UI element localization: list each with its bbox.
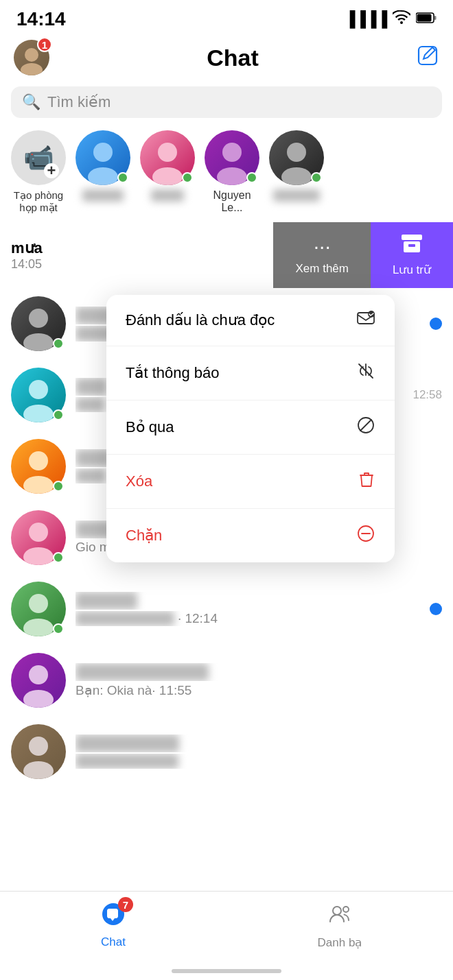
signal-icon: ▐▐▐▐: [345, 10, 387, 28]
chat-online-3: [53, 481, 64, 492]
svg-point-28: [23, 547, 54, 565]
chat-item-6[interactable]: Blurred name here Bạn: Okia nà· 11:55: [0, 645, 453, 716]
svg-point-3: [25, 48, 38, 62]
svg-rect-2: [434, 16, 437, 20]
context-mute[interactable]: Tắt thông báo: [106, 346, 395, 401]
chat-name-5: Gia Đình: [76, 592, 420, 610]
partial-name: mưa: [11, 239, 43, 257]
chat-name-7: Thanh Hoa Tui: [76, 734, 442, 752]
contacts-tab-icon: [327, 906, 353, 932]
context-mute-label: Tắt thông báo: [126, 364, 220, 382]
context-delete-icon: [358, 470, 375, 493]
archive-button[interactable]: Lưu trữ: [371, 222, 453, 288]
svg-point-30: [23, 619, 54, 636]
chat-online-5: [53, 623, 64, 634]
svg-point-24: [23, 405, 54, 422]
chat-preview-5: Blurred message · 12:14: [76, 611, 420, 626]
context-ignore[interactable]: Bỏ qua: [106, 401, 395, 455]
chat-online-2: [53, 409, 64, 420]
status-time: 14:14: [16, 8, 66, 30]
story-create[interactable]: 📹 + Tạo phònghọp mặt: [11, 130, 66, 214]
chat-avatar-wrap-6: [11, 653, 66, 708]
context-block-icon: [356, 524, 375, 547]
search-placeholder: Tìm kiếm: [47, 93, 111, 111]
svg-point-4: [21, 63, 43, 75]
action-row: mưa 14:05 ··· Xem thêm Lưu trữ: [0, 222, 453, 288]
online-indicator-1: [117, 172, 128, 183]
compose-button[interactable]: [416, 44, 439, 72]
unread-indicator-5: [430, 603, 442, 615]
action-buttons: ··· Xem thêm Lưu trữ: [273, 222, 453, 288]
archive-label: Lưu trữ: [393, 263, 431, 277]
story-item-4[interactable]: Nguyen...: [269, 130, 324, 214]
chat-item-wrap-1: Hà Nguyễn Cụ message preview here Đánh d…: [0, 288, 453, 359]
svg-rect-16: [408, 244, 415, 247]
context-mark-unread[interactable]: Đánh dấu là chưa đọc: [106, 295, 395, 346]
status-icons: ▐▐▐▐: [345, 10, 437, 28]
svg-point-10: [222, 143, 242, 162]
chat-item-5[interactable]: Gia Đình Blurred message · 12:14: [0, 573, 453, 645]
context-mark-unread-icon: [356, 310, 375, 331]
chat-avatar-wrap-3: [11, 439, 66, 494]
chat-avatar-wrap-7: [11, 724, 66, 779]
svg-point-26: [23, 476, 54, 494]
contacts-tab-wrap: [327, 901, 353, 933]
chat-avatar-wrap-1: [11, 296, 66, 351]
story-label: Tạo phònghọp mặt: [14, 189, 63, 214]
story-item-3[interactable]: NguyenLe...: [205, 130, 259, 214]
home-indicator: [172, 969, 281, 973]
archive-icon: [400, 233, 423, 259]
svg-point-7: [88, 167, 118, 185]
svg-point-27: [29, 523, 48, 542]
chat-info-7: Thanh Hoa Tui Preview message: [76, 734, 442, 769]
svg-point-29: [29, 594, 48, 613]
svg-point-36: [333, 907, 341, 915]
tab-contacts[interactable]: Danh bạ: [226, 901, 453, 950]
chat-avatar-6: [11, 653, 66, 708]
chat-item-7[interactable]: Thanh Hoa Tui Preview message: [0, 716, 453, 787]
chat-name-6: Blurred name here: [76, 663, 442, 681]
story-label-2: Thuy...: [151, 189, 184, 202]
context-menu: Đánh dấu là chưa đọc Tắt thông báo: [106, 295, 395, 562]
chat-online-1: [53, 338, 64, 349]
contacts-tab-label: Danh bạ: [318, 935, 362, 950]
story-item-2[interactable]: Thuy...: [140, 130, 195, 214]
online-indicator-3: [246, 172, 257, 183]
svg-point-8: [158, 143, 177, 162]
svg-point-11: [217, 167, 247, 185]
context-delete[interactable]: Xóa: [106, 455, 395, 509]
chat-info-5: Gia Đình Blurred message · 12:14: [76, 592, 420, 626]
chat-avatar-wrap-4: [11, 510, 66, 565]
see-more-button[interactable]: ··· Xem thêm: [273, 222, 370, 288]
svg-rect-1: [417, 14, 432, 22]
chat-avatar-wrap-2: [11, 368, 66, 422]
tab-chat[interactable]: 7 Chat: [0, 901, 226, 949]
svg-point-37: [343, 907, 349, 912]
context-mute-icon: [356, 361, 375, 385]
svg-rect-14: [402, 235, 422, 240]
chat-avatar-wrap-5: [11, 582, 66, 636]
story-item-1[interactable]: Duyen...: [76, 130, 130, 214]
story-label-1: Duyen...: [82, 189, 124, 202]
context-block[interactable]: Chặn: [106, 509, 395, 562]
svg-point-33: [29, 737, 48, 756]
partial-left: mưa 14:05: [11, 222, 43, 288]
tab-bar: 7 Chat Danh bạ: [0, 891, 453, 980]
svg-point-31: [29, 665, 48, 684]
chat-tab-wrap: 7: [100, 901, 126, 933]
chat-online-4: [53, 552, 64, 563]
chat-avatar-7: [11, 724, 66, 779]
see-more-label: Xem thêm: [295, 262, 348, 276]
svg-point-34: [23, 761, 54, 779]
chat-time-2: 12:58: [413, 388, 442, 402]
wifi-icon: [393, 10, 410, 28]
profile-avatar-wrap[interactable]: 1: [14, 40, 49, 75]
page-title: Chat: [207, 45, 259, 71]
context-ignore-label: Bỏ qua: [126, 418, 174, 436]
header: 1 Chat: [0, 34, 453, 82]
chat-badge: 7: [118, 897, 133, 912]
stories-row: 📹 + Tạo phònghọp mặt Duyen... Thuy...: [0, 125, 453, 222]
search-bar[interactable]: 🔍 Tìm kiếm: [11, 86, 442, 118]
context-delete-label: Xóa: [126, 473, 152, 490]
context-block-label: Chặn: [126, 527, 162, 545]
